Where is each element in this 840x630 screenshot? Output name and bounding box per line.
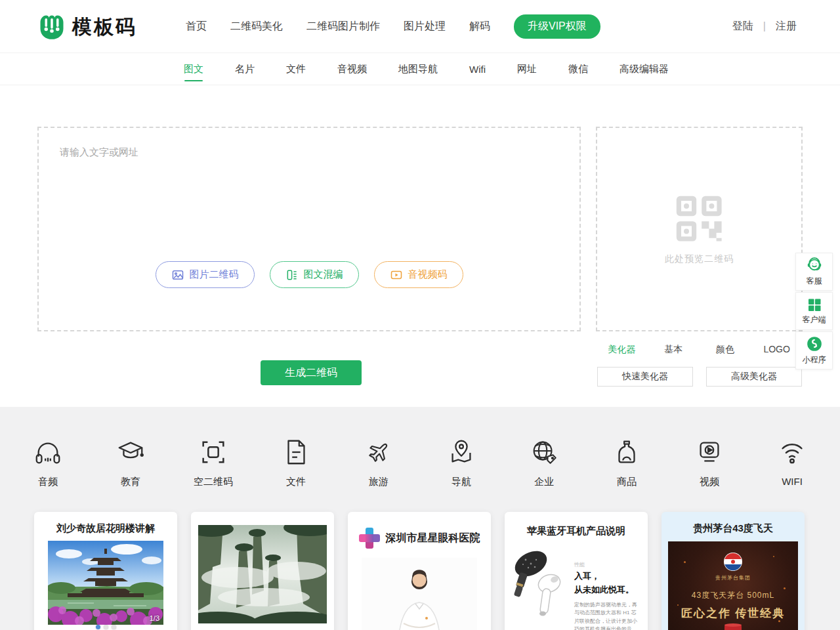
media-qr-button[interactable]: 音视频码 <box>374 261 463 288</box>
qr-placeholder-icon <box>673 193 726 245</box>
carousel-dot[interactable] <box>96 625 100 629</box>
graduation-icon <box>116 437 146 467</box>
preview-placeholder-text: 此处预览二维码 <box>665 253 734 265</box>
logo-icon <box>38 13 66 41</box>
register-link[interactable]: 注册 <box>776 20 797 33</box>
doctor-photo <box>362 558 477 630</box>
image-qr-button[interactable]: 图片二维码 <box>156 261 255 288</box>
desktop-client-label: 客户端 <box>803 314 826 326</box>
miniprogram-icon <box>806 335 823 352</box>
support-icon <box>806 257 823 274</box>
card-title: 深圳市星星眼科医院 <box>386 532 480 545</box>
wifi-icon <box>777 437 807 467</box>
card-title: 苹果蓝牙耳机产品说明 <box>505 525 648 537</box>
nav-decode[interactable]: 解码 <box>469 20 490 33</box>
vip-upgrade-button[interactable]: 升级VIP权限 <box>514 14 600 39</box>
miniprogram-button[interactable]: 小程序 <box>795 331 833 369</box>
photo-count-badge: 1/3 <box>150 614 159 622</box>
template-card-moutai[interactable]: 贵州茅台43度飞天 贵州茅台集团 <box>662 512 805 630</box>
category-enterprise[interactable]: 企业 <box>512 437 576 488</box>
login-link[interactable]: 登陆 <box>732 20 753 33</box>
nav-image-process[interactable]: 图片处理 <box>404 20 446 33</box>
globe-icon <box>529 437 559 467</box>
file-icon <box>281 437 311 467</box>
card-image: 1/3 <box>48 541 163 627</box>
tab-color[interactable]: 颜色 <box>700 339 751 360</box>
templates-section: 音频 教育 空二维码 <box>0 407 840 630</box>
category-navigation-label: 导航 <box>452 476 471 488</box>
mixed-content-button[interactable]: 图文混编 <box>270 261 359 288</box>
template-cards-row: 刘少奇故居花明楼讲解 <box>34 512 805 630</box>
template-card-huaminglou[interactable]: 刘少奇故居花明楼讲解 <box>34 512 177 630</box>
image-qr-label: 图片二维码 <box>190 268 239 281</box>
moutai-logo-icon <box>723 552 743 572</box>
category-product[interactable]: 商品 <box>595 437 659 488</box>
moutai-bottle <box>668 623 798 630</box>
tab-text[interactable]: 图文 <box>184 53 203 85</box>
text-input-panel[interactable]: 图片二维码 图文混编 音视频码 <box>37 127 581 331</box>
category-file-label: 文件 <box>286 476 306 488</box>
template-card-zhangjiajie[interactable]: 张家界凤凰精选4日游 <box>191 512 334 630</box>
quick-beautifier-button[interactable]: 快速美化器 <box>597 367 693 387</box>
carousel-dot[interactable] <box>112 625 116 629</box>
copy-body: 定制的扬声器驱动单元，再与动态范围放大器和 H1 芯片联袂配合，让设计更加小巧的… <box>574 601 640 630</box>
category-empty-qr-label: 空二维码 <box>194 476 233 488</box>
advanced-beautifier-button[interactable]: 高级美化器 <box>706 367 802 387</box>
category-empty-qr[interactable]: 空二维码 <box>181 437 245 488</box>
nav-home[interactable]: 首页 <box>186 20 207 33</box>
category-education[interactable]: 教育 <box>98 437 163 488</box>
nav-qr-beautify[interactable]: 二维码美化 <box>230 20 283 33</box>
category-travel[interactable]: 旅游 <box>346 437 411 488</box>
beautifier-buttons: 快速美化器 高级美化器 <box>597 367 802 387</box>
tab-beautifier[interactable]: 美化器 <box>596 339 648 360</box>
image-icon <box>171 268 184 282</box>
tab-wechat[interactable]: 微信 <box>568 53 588 85</box>
category-file[interactable]: 文件 <box>264 437 328 488</box>
template-card-eye-hospital[interactable]: 深圳市星星眼科医院 <box>348 512 491 630</box>
copy-headline-2: 从未如此悦耳。 <box>574 584 640 596</box>
category-row: 音频 教育 空二维码 <box>16 437 824 488</box>
desktop-client-button[interactable]: 客户端 <box>795 292 833 330</box>
tab-url[interactable]: 网址 <box>517 53 537 85</box>
carousel-dots <box>48 625 163 629</box>
content-input[interactable] <box>39 128 579 246</box>
copy-label: 性能 <box>574 561 640 568</box>
tab-basic[interactable]: 基本 <box>648 339 700 360</box>
video-icon <box>694 437 724 467</box>
tab-business-card[interactable]: 名片 <box>235 53 255 85</box>
category-navigation[interactable]: 导航 <box>429 437 494 488</box>
category-wifi[interactable]: WIFI <box>760 437 824 488</box>
generate-button[interactable]: 生成二维码 <box>261 360 362 385</box>
category-audio-label: 音频 <box>38 476 58 488</box>
customer-service-button[interactable]: 客服 <box>795 253 833 291</box>
template-card-airpods[interactable]: 苹果蓝牙耳机产品说明 <box>505 512 648 630</box>
insert-buttons-row: 图片二维码 图文混编 音视频码 <box>39 261 579 288</box>
tab-advanced-editor[interactable]: 高级编辑器 <box>620 53 669 85</box>
moutai-poster: 贵州茅台集团 43度飞天茅台 500mL 匠心之作 传世经典 <box>668 541 798 630</box>
category-product-label: 商品 <box>617 476 637 488</box>
logo[interactable]: 模板码 <box>38 13 137 41</box>
tab-file[interactable]: 文件 <box>286 53 306 85</box>
nav-qr-image-make[interactable]: 二维码图片制作 <box>306 20 380 33</box>
media-icon <box>390 268 403 282</box>
hospital-header: 深圳市星星眼科医院 <box>348 528 491 549</box>
miniprogram-label: 小程序 <box>803 354 826 366</box>
headphones-icon <box>33 437 63 467</box>
category-travel-label: 旅游 <box>369 476 388 488</box>
mountain-photo <box>198 525 327 623</box>
copy-headline-1: 入耳， <box>574 570 640 582</box>
tab-wifi[interactable]: Wifi <box>469 53 486 85</box>
client-icon <box>807 297 822 312</box>
tab-media[interactable]: 音视频 <box>337 53 367 85</box>
beautifier-tabs: 美化器 基本 颜色 LOGO <box>596 339 803 360</box>
moutai-slogan: 匠心之作 传世经典 <box>681 606 785 621</box>
media-qr-label: 音视频码 <box>408 268 448 281</box>
tab-map-nav[interactable]: 地图导航 <box>398 53 438 85</box>
category-video[interactable]: 视频 <box>677 437 742 488</box>
category-audio[interactable]: 音频 <box>16 437 80 488</box>
airpods-photo <box>509 544 573 626</box>
scenic-photo <box>48 541 163 625</box>
subnav: 图文 名片 文件 音视频 地图导航 Wifi 网址 微信 高级编辑器 <box>0 52 840 85</box>
carousel-dot[interactable] <box>104 625 108 629</box>
category-video-label: 视频 <box>700 476 719 488</box>
